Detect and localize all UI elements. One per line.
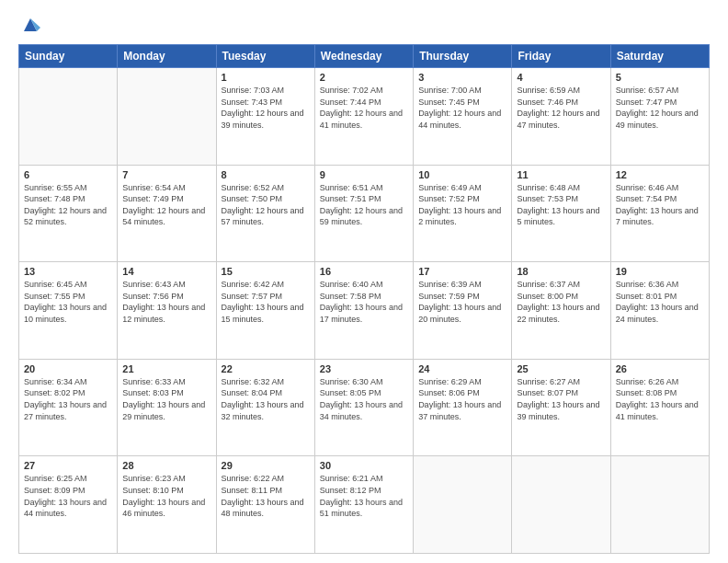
day-info: Sunrise: 6:54 AM Sunset: 7:49 PM Dayligh… (122, 182, 210, 228)
day-number: 17 (418, 266, 506, 277)
calendar-cell (610, 456, 709, 554)
day-number: 11 (517, 169, 605, 180)
page: SundayMondayTuesdayWednesdayThursdayFrid… (0, 0, 728, 563)
day-info: Sunrise: 6:49 AM Sunset: 7:52 PM Dayligh… (418, 182, 506, 228)
day-info: Sunrise: 6:43 AM Sunset: 7:56 PM Dayligh… (122, 279, 210, 325)
calendar-day-header: Friday (512, 45, 610, 68)
day-info: Sunrise: 6:39 AM Sunset: 7:59 PM Dayligh… (418, 279, 506, 325)
calendar-cell (414, 456, 512, 554)
calendar-cell: 18Sunrise: 6:37 AM Sunset: 8:00 PM Dayli… (512, 262, 610, 360)
calendar-week-row: 13Sunrise: 6:45 AM Sunset: 7:55 PM Dayli… (19, 262, 710, 360)
day-info: Sunrise: 6:27 AM Sunset: 8:07 PM Dayligh… (517, 376, 605, 422)
day-info: Sunrise: 6:45 AM Sunset: 7:55 PM Dayligh… (24, 279, 112, 325)
calendar-cell: 16Sunrise: 6:40 AM Sunset: 7:58 PM Dayli… (314, 262, 413, 360)
calendar-cell: 7Sunrise: 6:54 AM Sunset: 7:49 PM Daylig… (118, 165, 216, 262)
day-number: 5 (616, 72, 704, 83)
logo-icon (20, 15, 40, 35)
day-info: Sunrise: 6:42 AM Sunset: 7:57 PM Dayligh… (222, 279, 310, 325)
day-info: Sunrise: 6:40 AM Sunset: 7:58 PM Dayligh… (320, 279, 408, 325)
calendar-day-header: Wednesday (314, 45, 413, 68)
day-info: Sunrise: 6:59 AM Sunset: 7:46 PM Dayligh… (517, 85, 605, 131)
day-info: Sunrise: 6:26 AM Sunset: 8:08 PM Dayligh… (616, 376, 704, 422)
calendar-day-header: Thursday (414, 45, 512, 68)
day-number: 29 (222, 460, 310, 471)
day-number: 16 (320, 266, 408, 277)
day-info: Sunrise: 6:22 AM Sunset: 8:11 PM Dayligh… (222, 473, 310, 519)
calendar-cell: 20Sunrise: 6:34 AM Sunset: 8:02 PM Dayli… (19, 359, 118, 456)
day-number: 18 (517, 266, 605, 277)
calendar-cell: 1Sunrise: 7:03 AM Sunset: 7:43 PM Daylig… (216, 68, 314, 166)
calendar-cell (512, 456, 610, 554)
day-info: Sunrise: 6:29 AM Sunset: 8:06 PM Dayligh… (418, 376, 506, 422)
day-info: Sunrise: 7:00 AM Sunset: 7:45 PM Dayligh… (418, 85, 506, 131)
calendar-cell: 4Sunrise: 6:59 AM Sunset: 7:46 PM Daylig… (512, 68, 610, 166)
calendar-cell: 21Sunrise: 6:33 AM Sunset: 8:03 PM Dayli… (118, 359, 216, 456)
calendar-cell: 13Sunrise: 6:45 AM Sunset: 7:55 PM Dayli… (19, 262, 118, 360)
day-info: Sunrise: 6:32 AM Sunset: 8:04 PM Dayligh… (222, 376, 310, 422)
day-number: 23 (320, 363, 408, 374)
calendar-cell: 28Sunrise: 6:23 AM Sunset: 8:10 PM Dayli… (118, 456, 216, 554)
calendar-cell (19, 68, 118, 166)
calendar-cell: 12Sunrise: 6:46 AM Sunset: 7:54 PM Dayli… (610, 165, 709, 262)
calendar-cell: 19Sunrise: 6:36 AM Sunset: 8:01 PM Dayli… (610, 262, 709, 360)
day-info: Sunrise: 6:37 AM Sunset: 8:00 PM Dayligh… (517, 279, 605, 325)
day-number: 21 (122, 363, 210, 374)
day-info: Sunrise: 6:52 AM Sunset: 7:50 PM Dayligh… (222, 182, 310, 228)
calendar-cell: 30Sunrise: 6:21 AM Sunset: 8:12 PM Dayli… (314, 456, 413, 554)
calendar-cell: 24Sunrise: 6:29 AM Sunset: 8:06 PM Dayli… (414, 359, 512, 456)
day-info: Sunrise: 6:36 AM Sunset: 8:01 PM Dayligh… (616, 279, 704, 325)
calendar-cell: 9Sunrise: 6:51 AM Sunset: 7:51 PM Daylig… (314, 165, 413, 262)
calendar-cell (118, 68, 216, 166)
day-number: 10 (418, 169, 506, 180)
calendar-cell: 26Sunrise: 6:26 AM Sunset: 8:08 PM Dayli… (610, 359, 709, 456)
day-number: 1 (222, 72, 310, 83)
calendar-cell: 22Sunrise: 6:32 AM Sunset: 8:04 PM Dayli… (216, 359, 314, 456)
calendar-header-row: SundayMondayTuesdayWednesdayThursdayFrid… (19, 45, 710, 68)
calendar-cell: 23Sunrise: 6:30 AM Sunset: 8:05 PM Dayli… (314, 359, 413, 456)
day-number: 20 (24, 363, 112, 374)
day-number: 25 (517, 363, 605, 374)
day-number: 7 (122, 169, 210, 180)
calendar-cell: 17Sunrise: 6:39 AM Sunset: 7:59 PM Dayli… (414, 262, 512, 360)
day-number: 4 (517, 72, 605, 83)
day-number: 22 (222, 363, 310, 374)
day-info: Sunrise: 6:46 AM Sunset: 7:54 PM Dayligh… (616, 182, 704, 228)
day-number: 12 (616, 169, 704, 180)
day-number: 19 (616, 266, 704, 277)
day-info: Sunrise: 6:51 AM Sunset: 7:51 PM Dayligh… (320, 182, 408, 228)
day-info: Sunrise: 6:23 AM Sunset: 8:10 PM Dayligh… (122, 473, 210, 519)
day-number: 28 (122, 460, 210, 471)
header (18, 15, 710, 35)
day-info: Sunrise: 6:57 AM Sunset: 7:47 PM Dayligh… (616, 85, 704, 131)
day-number: 2 (320, 72, 408, 83)
calendar-cell: 27Sunrise: 6:25 AM Sunset: 8:09 PM Dayli… (19, 456, 118, 554)
day-info: Sunrise: 6:21 AM Sunset: 8:12 PM Dayligh… (320, 473, 408, 519)
calendar-cell: 3Sunrise: 7:00 AM Sunset: 7:45 PM Daylig… (414, 68, 512, 166)
day-info: Sunrise: 6:30 AM Sunset: 8:05 PM Dayligh… (320, 376, 408, 422)
day-info: Sunrise: 6:55 AM Sunset: 7:48 PM Dayligh… (24, 182, 112, 228)
day-info: Sunrise: 7:03 AM Sunset: 7:43 PM Dayligh… (222, 85, 310, 131)
calendar-cell: 25Sunrise: 6:27 AM Sunset: 8:07 PM Dayli… (512, 359, 610, 456)
day-number: 27 (24, 460, 112, 471)
day-number: 3 (418, 72, 506, 83)
calendar-cell: 6Sunrise: 6:55 AM Sunset: 7:48 PM Daylig… (19, 165, 118, 262)
calendar-day-header: Saturday (610, 45, 709, 68)
calendar-day-header: Monday (118, 45, 216, 68)
calendar-week-row: 27Sunrise: 6:25 AM Sunset: 8:09 PM Dayli… (19, 456, 710, 554)
day-number: 9 (320, 169, 408, 180)
calendar-cell: 14Sunrise: 6:43 AM Sunset: 7:56 PM Dayli… (118, 262, 216, 360)
calendar-day-header: Sunday (19, 45, 118, 68)
calendar-cell: 29Sunrise: 6:22 AM Sunset: 8:11 PM Dayli… (216, 456, 314, 554)
day-number: 13 (24, 266, 112, 277)
day-number: 26 (616, 363, 704, 374)
day-info: Sunrise: 6:34 AM Sunset: 8:02 PM Dayligh… (24, 376, 112, 422)
day-number: 14 (122, 266, 210, 277)
calendar-cell: 15Sunrise: 6:42 AM Sunset: 7:57 PM Dayli… (216, 262, 314, 360)
day-number: 15 (222, 266, 310, 277)
day-number: 8 (222, 169, 310, 180)
calendar-week-row: 20Sunrise: 6:34 AM Sunset: 8:02 PM Dayli… (19, 359, 710, 456)
day-info: Sunrise: 6:33 AM Sunset: 8:03 PM Dayligh… (122, 376, 210, 422)
day-number: 30 (320, 460, 408, 471)
day-number: 6 (24, 169, 112, 180)
calendar-cell: 8Sunrise: 6:52 AM Sunset: 7:50 PM Daylig… (216, 165, 314, 262)
